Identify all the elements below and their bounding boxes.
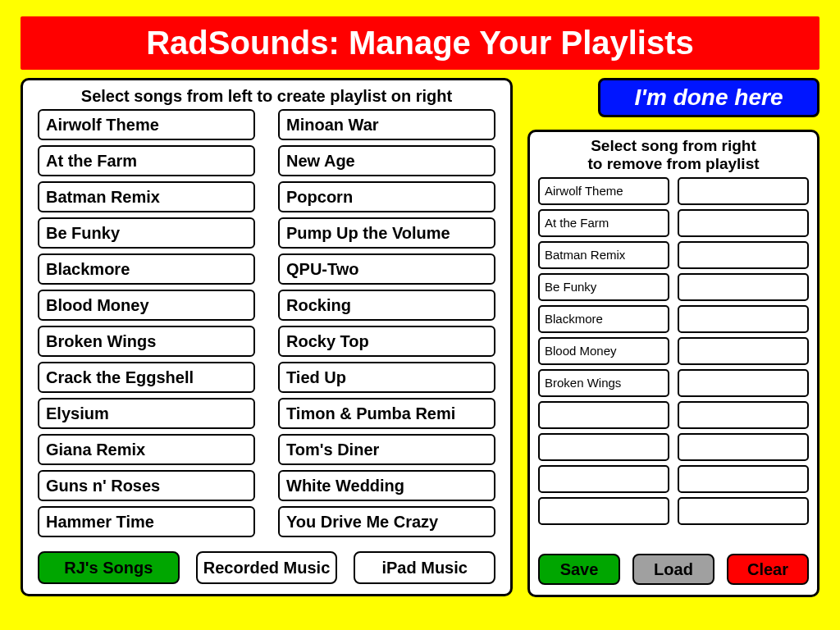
playlist-slot[interactable]: At the Farm	[538, 209, 669, 237]
save-button[interactable]: Save	[538, 554, 620, 585]
clear-button[interactable]: Clear	[727, 554, 809, 585]
song-button[interactable]: Be Funky	[38, 217, 255, 249]
source-button[interactable]: iPad Music	[354, 551, 495, 584]
source-button[interactable]: Recorded Music	[196, 551, 338, 584]
playlist-slot[interactable]	[678, 369, 809, 397]
page-title: RadSounds: Manage Your Playlists	[21, 16, 819, 70]
song-button[interactable]: Blood Money	[38, 290, 255, 321]
song-button[interactable]: Blackmore	[38, 253, 255, 285]
song-button[interactable]: White Wedding	[278, 470, 495, 501]
source-button[interactable]: RJ's Songs	[38, 551, 180, 584]
song-library-panel: Select songs from left to create playlis…	[21, 78, 513, 596]
song-button[interactable]: Minoan War	[278, 109, 495, 140]
playlist-slot[interactable]: Be Funky	[538, 273, 669, 301]
song-button[interactable]: Timon & Pumba Remi	[278, 398, 495, 429]
done-button[interactable]: I'm done here	[598, 78, 819, 117]
playlist-panel: Select song from right to remove from pl…	[527, 130, 819, 597]
playlist-slot[interactable]	[678, 497, 809, 525]
playlist-slot[interactable]	[678, 305, 809, 333]
playlist-slot[interactable]: Blood Money	[538, 337, 669, 365]
song-button[interactable]: Batman Remix	[38, 181, 255, 212]
song-button[interactable]: Broken Wings	[38, 326, 255, 357]
playlist-slot[interactable]	[538, 497, 669, 525]
playlist-slot[interactable]	[678, 401, 809, 429]
song-button[interactable]: Crack the Eggshell	[38, 362, 255, 393]
song-button[interactable]: QPU-Two	[278, 253, 495, 285]
playlist-slot[interactable]	[678, 209, 809, 237]
playlist-slot[interactable]	[678, 337, 809, 365]
playlist-slot[interactable]: Batman Remix	[538, 241, 669, 269]
playlist-slot[interactable]	[538, 401, 669, 429]
song-button[interactable]: Hammer Time	[38, 506, 255, 537]
song-button[interactable]: Rocky Top	[278, 326, 495, 357]
playlist-slot[interactable]: Blackmore	[538, 305, 669, 333]
playlist-slot[interactable]	[678, 273, 809, 301]
song-button[interactable]: Guns n' Roses	[38, 470, 255, 501]
playlist-slot[interactable]	[678, 241, 809, 269]
playlist-slot[interactable]: Broken Wings	[538, 369, 669, 397]
song-button[interactable]: Tom's Diner	[278, 434, 495, 465]
song-button[interactable]: Tied Up	[278, 362, 495, 393]
load-button[interactable]: Load	[632, 554, 714, 585]
playlist-slot[interactable]	[678, 177, 809, 205]
song-button[interactable]: New Age	[278, 145, 495, 176]
song-button[interactable]: Popcorn	[278, 181, 495, 212]
playlist-slot[interactable]: Airwolf Theme	[538, 177, 669, 205]
song-button[interactable]: Elysium	[38, 398, 255, 429]
song-button[interactable]: Pump Up the Volume	[278, 217, 495, 249]
playlist-slot[interactable]	[678, 433, 809, 461]
song-button[interactable]: Giana Remix	[38, 434, 255, 465]
song-button[interactable]: You Drive Me Crazy	[278, 506, 495, 537]
song-button[interactable]: At the Farm	[38, 145, 255, 176]
playlist-slot[interactable]	[538, 465, 669, 493]
song-button[interactable]: Rocking	[278, 290, 495, 321]
playlist-instruction: Select song from right to remove from pl…	[538, 137, 809, 173]
playlist-slot[interactable]	[538, 433, 669, 461]
song-button[interactable]: Airwolf Theme	[38, 109, 255, 140]
library-instruction: Select songs from left to create playlis…	[38, 87, 495, 106]
playlist-slot[interactable]	[678, 465, 809, 493]
